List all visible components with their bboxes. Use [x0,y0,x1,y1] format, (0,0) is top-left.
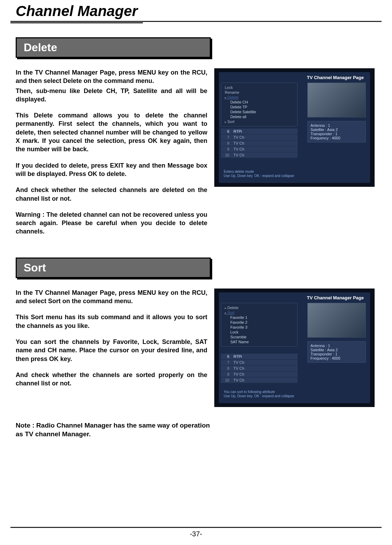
submenu-item: Lock [221,330,297,335]
delete-p5: And check whether the selected channels … [16,186,207,203]
submenu-item: Delete TP [221,105,297,109]
submenu-item: Favorite 1 [221,315,297,320]
info-line: Transponder : 1 [310,352,363,356]
video-preview [307,303,366,338]
tv-title: TV Channel Manager Page [307,75,364,80]
menu-item: Rename [221,90,297,95]
menu-item: Sort [221,119,297,124]
delete-p2: Then, sub-menu like Delete CH, TP, Satel… [16,87,207,104]
info-line: Frequency : 4000 [310,136,363,140]
info-panel: Antenna : 1 Satellite : Asia 2 Transpond… [307,121,366,143]
page-number: -37- [190,530,202,538]
delete-p1: In the TV Channel Manager Page, press ME… [16,68,207,85]
channel-row: 6RTPi [221,354,298,360]
tv-screenshot-delete: TV Channel Manager Page Lock Rename Dele… [214,68,375,187]
submenu-item: Favorite 3 [221,325,297,330]
menu-item-selected: Sort [221,310,297,315]
delete-p6: Warning : The deleted channel can not be… [16,210,207,236]
channel-row: 10TV Ch [221,152,298,158]
page-title: Channel Manager [10,3,143,23]
channel-list: 6RTPi 7TV Ch 8TV Ch 9TV Ch 10TV Ch [221,129,298,158]
submenu-item: Delete CH [221,100,297,105]
video-preview [307,83,366,117]
channel-row: 8TV Ch [221,366,298,371]
info-line: Frequency : 4000 [310,356,363,360]
channel-row: 7TV Ch [221,135,298,140]
sort-p3: You can sort the channels by Favorite, L… [16,338,207,363]
status-bar: Enters delete mode Use Up, Down key. OK … [221,168,366,179]
submenu-item: Favorite 2 [221,320,297,325]
delete-p3: This Delete command allows you to delete… [16,111,207,153]
sort-p4: And check whether the channels are sorte… [16,371,207,388]
status-line: Use Up, Down key. OK : expand and collap… [224,394,363,398]
sort-p2: This Sort menu has its sub command and i… [16,313,207,330]
sort-p1: In the TV Channel Manager Page, press ME… [16,289,207,306]
sort-body: In the TV Channel Manager Page, press ME… [16,289,207,396]
channel-row: 8TV Ch [221,140,298,146]
status-line: Enters delete mode [224,170,363,174]
submenu-item: SAT Name [221,339,297,344]
footer: -37- [0,524,392,538]
channel-row: 7TV Ch [221,360,298,366]
info-line: Transponder : 1 [310,132,363,136]
channel-row: 10TV Ch [221,377,298,383]
section-header-sort: Sort [16,258,211,278]
info-line: Antenna : 1 [310,123,363,128]
info-panel: Antenna : 1 Satellite : Asia 2 Transpond… [307,341,366,363]
submenu-item: Delete all [221,114,297,119]
tv-screenshot-sort: TV Channel Manager Page Delete Sort Favo… [214,289,375,407]
info-line: Satellite : Asia 2 [310,128,363,132]
menu-item: Lock [221,85,297,90]
delete-menu-panel: Lock Rename Delete Delete CH Delete TP D… [221,83,298,126]
sort-menu-panel: Delete Sort Favorite 1 Favorite 2 Favori… [221,303,298,347]
menu-item-selected: Delete [221,95,297,100]
delete-p4: If you decided to delete, press EXIT key… [16,161,207,178]
channel-row: 9TV Ch [221,371,298,377]
menu-item: Delete [221,305,297,310]
tv-title: TV Channel Manager Page [307,295,364,300]
channel-row: 6RTPi [221,129,298,135]
section-header-delete: Delete [16,37,211,58]
info-line: Antenna : 1 [310,344,363,348]
channel-row: 9TV Ch [221,146,298,152]
status-bar: You can sort to following attribute Use … [221,389,366,400]
info-line: Satellite : Asia 2 [310,348,363,352]
status-line: Use Up, Down key. OK : expand and collap… [224,174,363,178]
footer-note: Note : Radio Channel Manager has the sam… [16,421,211,439]
submenu-item: Delete Satellite [221,109,297,114]
submenu-item: Scramble [221,335,297,339]
status-line: You can sort to following attribute [224,390,363,394]
delete-body: In the TV Channel Manager Page, press ME… [16,68,207,244]
channel-list: 6RTPi 7TV Ch 8TV Ch 9TV Ch 10TV Ch [221,354,298,383]
